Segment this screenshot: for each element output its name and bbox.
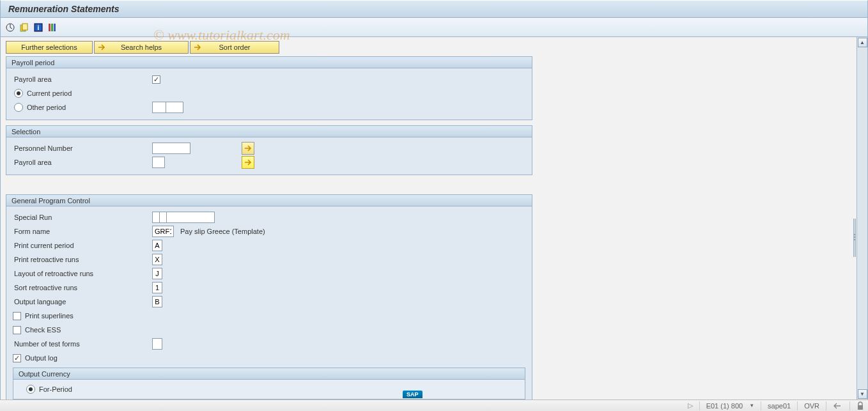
content-scroll: Further selections Search helps Sort ord… bbox=[1, 37, 856, 399]
payroll-area-multiple-button[interactable] bbox=[242, 156, 254, 169]
payroll-area-label: Payroll area bbox=[13, 75, 152, 83]
scroll-down-button[interactable]: ▼ bbox=[858, 389, 867, 399]
svg-rect-8 bbox=[858, 405, 863, 410]
form-name-input[interactable] bbox=[152, 226, 174, 237]
sap-logo: SAP bbox=[403, 391, 422, 398]
output-log-checkbox[interactable] bbox=[13, 354, 21, 362]
selection-group: Selection Personnel Number Payroll area bbox=[6, 125, 532, 175]
sort-order-label: Sort order bbox=[219, 43, 251, 51]
other-period-radio[interactable] bbox=[14, 103, 23, 112]
content-area: Further selections Search helps Sort ord… bbox=[0, 37, 868, 399]
dropdown-icon[interactable]: ▼ bbox=[749, 403, 754, 408]
payroll-area-sel-label: Payroll area bbox=[13, 159, 152, 166]
title-bar: Remuneration Statements bbox=[0, 0, 868, 18]
current-period-radio[interactable] bbox=[14, 89, 23, 98]
payroll-period-title: Payroll period bbox=[6, 57, 532, 68]
other-period-label: Other period bbox=[27, 104, 66, 111]
for-period-label: For-Period bbox=[39, 385, 72, 393]
arrow-right-icon bbox=[96, 42, 107, 53]
svg-rect-5 bbox=[49, 24, 50, 31]
output-currency-group: Output Currency For-Period bbox=[13, 368, 525, 399]
print-current-label: Print current period bbox=[13, 242, 152, 249]
print-current-input[interactable] bbox=[152, 240, 162, 251]
print-retro-input[interactable] bbox=[152, 254, 162, 265]
app-toolbar: i bbox=[0, 18, 868, 37]
print-superlines-checkbox[interactable] bbox=[13, 312, 21, 320]
further-selections-label: Further selections bbox=[21, 43, 77, 51]
arrow-right-icon bbox=[192, 42, 203, 53]
status-client: sape01 bbox=[768, 402, 791, 410]
general-program-control-group: General Program Control Special Run Form… bbox=[6, 194, 532, 399]
personnel-number-input[interactable] bbox=[152, 143, 190, 154]
output-language-input[interactable] bbox=[152, 296, 162, 307]
select-icon[interactable] bbox=[19, 22, 30, 33]
execute-icon[interactable] bbox=[4, 22, 16, 33]
svg-text:i: i bbox=[38, 24, 40, 31]
scroll-up-button[interactable]: ▲ bbox=[858, 38, 867, 47]
num-test-label: Number of test forms bbox=[13, 340, 152, 348]
selection-title: Selection bbox=[6, 126, 532, 137]
payroll-period-group: Payroll period Payroll area Current peri… bbox=[6, 56, 532, 120]
form-name-label: Form name bbox=[13, 228, 152, 235]
selection-buttons: Further selections Search helps Sort ord… bbox=[6, 41, 851, 54]
info-icon[interactable]: i bbox=[33, 22, 44, 33]
svg-rect-2 bbox=[22, 24, 27, 30]
special-run-input-3[interactable] bbox=[166, 212, 215, 223]
check-ess-label: Check ESS bbox=[25, 326, 61, 334]
check-ess-checkbox[interactable] bbox=[13, 326, 21, 334]
svg-rect-7 bbox=[54, 24, 56, 31]
current-period-label: Current period bbox=[27, 89, 72, 97]
special-run-label: Special Run bbox=[13, 213, 152, 221]
status-server: E01 (1) 800 bbox=[706, 402, 743, 410]
reply-icon[interactable] bbox=[833, 402, 843, 410]
sort-retro-label: Sort retroactive runs bbox=[13, 284, 152, 291]
splitter-handle[interactable] bbox=[853, 219, 856, 257]
vertical-scrollbar[interactable]: ▲ ▼ bbox=[856, 37, 867, 399]
columns-icon[interactable] bbox=[47, 22, 58, 33]
lock-icon[interactable] bbox=[856, 401, 864, 410]
other-period-input-2[interactable] bbox=[166, 102, 183, 113]
output-log-label: Output log bbox=[25, 354, 58, 362]
gpc-title: General Program Control bbox=[6, 195, 532, 206]
search-helps-button[interactable]: Search helps bbox=[94, 41, 189, 54]
output-language-label: Output language bbox=[13, 298, 152, 306]
sort-retro-input[interactable] bbox=[152, 282, 162, 293]
for-period-radio[interactable] bbox=[26, 385, 35, 394]
other-period-input-1[interactable] bbox=[152, 102, 166, 113]
layout-retro-label: Layout of retroactive runs bbox=[13, 270, 152, 277]
output-currency-title: Output Currency bbox=[13, 368, 525, 380]
payroll-area-checkbox[interactable] bbox=[152, 75, 160, 84]
layout-retro-input[interactable] bbox=[152, 268, 162, 279]
num-test-input[interactable] bbox=[152, 338, 162, 350]
personnel-number-label: Personnel Number bbox=[13, 144, 152, 152]
page-title: Remuneration Statements bbox=[8, 4, 119, 14]
further-selections-button[interactable]: Further selections bbox=[6, 41, 93, 54]
triangle-icon[interactable]: ▷ bbox=[688, 401, 693, 410]
payroll-area-input[interactable] bbox=[152, 157, 165, 168]
search-helps-label: Search helps bbox=[121, 43, 162, 51]
print-retro-label: Print retroactive runs bbox=[13, 256, 152, 263]
form-name-desc: Pay slip Greece (Template) bbox=[180, 228, 265, 235]
svg-rect-6 bbox=[51, 24, 53, 31]
sort-order-button[interactable]: Sort order bbox=[190, 41, 279, 54]
print-superlines-label: Print superlines bbox=[25, 312, 74, 320]
status-bar: ▷ E01 (1) 800 ▼ sape01 OVR bbox=[0, 399, 868, 411]
status-mode: OVR bbox=[804, 402, 819, 410]
personnel-multiple-button[interactable] bbox=[242, 142, 254, 155]
